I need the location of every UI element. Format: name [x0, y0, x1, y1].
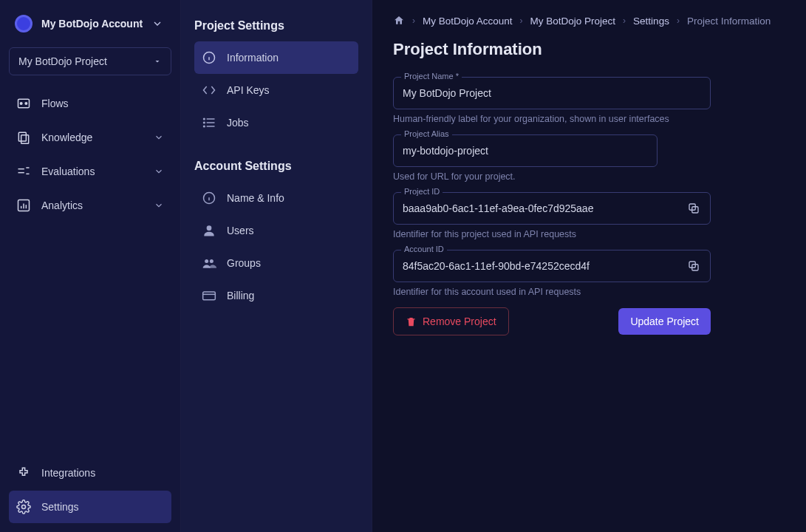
- chevron-down-icon: [154, 200, 164, 211]
- account-id-label: Account ID: [401, 245, 447, 253]
- project-id-label: Project ID: [401, 187, 443, 196]
- chevron-right-icon: ›: [677, 16, 680, 26]
- nav-analytics[interactable]: Analytics: [9, 189, 171, 222]
- nav-label: Settings: [41, 501, 79, 513]
- project-settings-heading: Project Settings: [194, 19, 358, 33]
- project-id-field-wrap: Project ID: [393, 192, 711, 225]
- credit-card-icon: [202, 288, 216, 303]
- nav-evaluations[interactable]: Evaluations: [9, 155, 171, 188]
- svg-point-27: [205, 259, 208, 263]
- evaluations-icon: [16, 164, 31, 179]
- breadcrumb-project[interactable]: My BotDojo Project: [530, 16, 616, 27]
- project-select-value: My BotDojo Project: [18, 55, 107, 67]
- settings-item-label: Billing: [227, 290, 254, 301]
- settings-item-label: Jobs: [227, 117, 249, 129]
- caret-down-icon: [153, 57, 162, 66]
- account-switcher[interactable]: My BotDojo Account: [9, 9, 171, 38]
- nav-integrations[interactable]: Integrations: [9, 457, 171, 489]
- svg-point-26: [207, 225, 212, 231]
- info-icon: [202, 50, 216, 65]
- svg-rect-3: [18, 132, 26, 141]
- account-id-helper: Identifier for this account used in API …: [393, 287, 785, 297]
- update-button-label: Update Project: [630, 316, 699, 327]
- svg-rect-29: [203, 292, 216, 300]
- svg-point-22: [204, 126, 205, 127]
- project-alias-field-wrap: Project Alias: [393, 134, 658, 167]
- nav-label: Flows: [41, 98, 69, 109]
- project-name-label: Project Name *: [401, 72, 462, 81]
- settings-name-info[interactable]: Name & Info: [194, 182, 358, 214]
- gear-icon: [16, 499, 31, 514]
- code-icon: [202, 83, 216, 98]
- chevron-down-icon: [151, 18, 163, 30]
- project-alias-input[interactable]: [394, 135, 657, 166]
- settings-api-keys[interactable]: API Keys: [194, 74, 358, 106]
- nav-settings[interactable]: Settings: [9, 491, 171, 523]
- nav-knowledge[interactable]: Knowledge: [9, 121, 171, 154]
- project-id-input[interactable]: [394, 193, 710, 224]
- settings-billing[interactable]: Billing: [194, 279, 358, 312]
- integrations-icon: [16, 466, 31, 480]
- groups-icon: [202, 256, 216, 270]
- project-select[interactable]: My BotDojo Project: [9, 47, 171, 75]
- update-project-button[interactable]: Update Project: [618, 308, 711, 335]
- chevron-right-icon: ›: [520, 16, 523, 26]
- nav-bottom: Integrations Settings: [9, 457, 171, 523]
- knowledge-icon: [16, 130, 31, 145]
- settings-jobs[interactable]: Jobs: [194, 106, 358, 139]
- project-name-input[interactable]: [394, 78, 710, 109]
- project-alias-label: Project Alias: [401, 129, 452, 138]
- chevron-right-icon: ›: [412, 16, 415, 26]
- project-name-field-wrap: Project Name *: [393, 77, 711, 109]
- action-row: Remove Project Update Project: [393, 307, 711, 335]
- settings-column: Project Settings Information API Keys Jo…: [181, 0, 372, 532]
- settings-information[interactable]: Information: [194, 41, 358, 74]
- remove-project-button[interactable]: Remove Project: [393, 307, 509, 335]
- nav-label: Integrations: [41, 467, 95, 479]
- breadcrumb-current: Project Information: [687, 16, 771, 27]
- breadcrumb: › My BotDojo Account › My BotDojo Projec…: [393, 15, 785, 27]
- svg-point-28: [210, 259, 214, 263]
- info-icon: [202, 191, 216, 205]
- home-icon[interactable]: [393, 15, 405, 27]
- flows-icon: [16, 96, 31, 111]
- nav-menu: Flows Knowledge Evaluations Analytics: [9, 87, 171, 457]
- svg-point-1: [20, 103, 22, 105]
- breadcrumb-settings[interactable]: Settings: [633, 16, 669, 27]
- settings-item-label: Information: [227, 52, 279, 64]
- svg-point-13: [22, 505, 26, 509]
- copy-project-id-button[interactable]: [682, 197, 706, 220]
- account-name: My BotDojo Account: [41, 18, 143, 30]
- main-panel: › My BotDojo Account › My BotDojo Projec…: [372, 0, 806, 532]
- trash-icon: [406, 316, 417, 327]
- svg-point-20: [204, 118, 205, 120]
- settings-item-label: Groups: [227, 257, 261, 269]
- project-id-helper: Identifier for this project used in API …: [393, 229, 785, 239]
- nav-label: Evaluations: [41, 166, 95, 177]
- svg-rect-4: [21, 135, 29, 144]
- chevron-down-icon: [154, 132, 164, 143]
- settings-groups[interactable]: Groups: [194, 247, 358, 279]
- analytics-icon: [16, 198, 31, 213]
- nav-label: Analytics: [41, 200, 83, 211]
- account-id-input[interactable]: [394, 250, 710, 282]
- settings-item-label: Name & Info: [227, 192, 284, 204]
- copy-icon: [687, 202, 700, 215]
- account-id-field-wrap: Account ID: [393, 250, 711, 282]
- settings-item-label: Users: [227, 225, 254, 236]
- sidebar: My BotDojo Account My BotDojo Project Fl…: [0, 0, 181, 532]
- breadcrumb-account[interactable]: My BotDojo Account: [423, 16, 513, 27]
- copy-icon: [687, 259, 700, 273]
- chevron-down-icon: [154, 166, 164, 177]
- svg-point-21: [204, 122, 205, 123]
- svg-point-2: [25, 103, 27, 105]
- list-icon: [202, 115, 216, 130]
- user-icon: [202, 223, 216, 238]
- nav-flows[interactable]: Flows: [9, 87, 171, 120]
- logo-icon: [15, 15, 33, 33]
- copy-account-id-button[interactable]: [682, 254, 706, 278]
- settings-users[interactable]: Users: [194, 214, 358, 247]
- project-alias-helper: Used for URL for your project.: [393, 171, 785, 182]
- remove-button-label: Remove Project: [423, 316, 496, 327]
- nav-label: Knowledge: [41, 132, 92, 143]
